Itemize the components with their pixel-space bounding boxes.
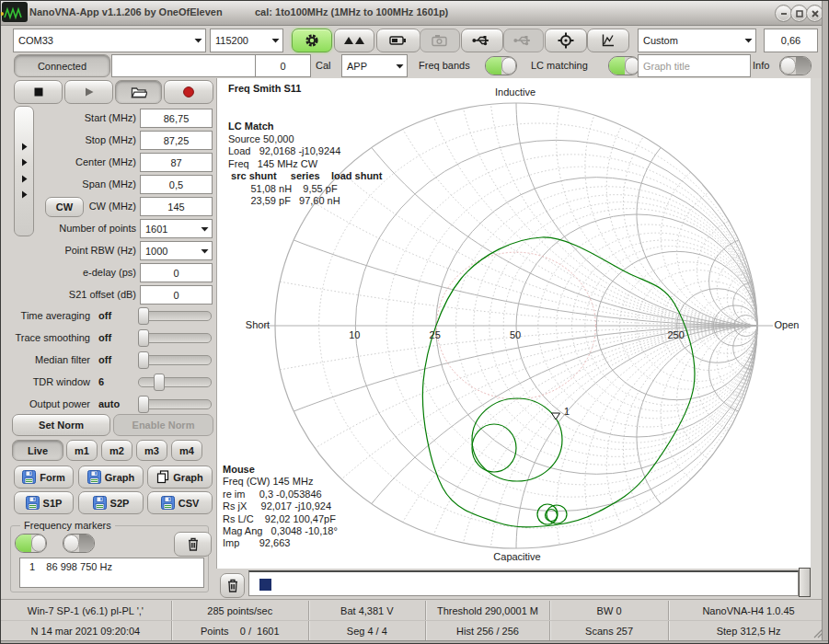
- markers-list[interactable]: 1 86 998 750 Hz: [19, 558, 204, 588]
- info-toggle-track: [796, 57, 812, 75]
- slider-thumb[interactable]: [138, 351, 149, 369]
- chart-icon: [601, 33, 616, 48]
- mem-button-m3[interactable]: m3: [136, 440, 167, 461]
- cal-mode-select[interactable]: APP: [341, 54, 408, 77]
- cal-label: Cal: [316, 60, 331, 71]
- floppy-icon: [87, 470, 101, 484]
- right-scroll-strip[interactable]: [811, 78, 822, 600]
- com-port-select-arrow-icon[interactable]: [190, 38, 205, 43]
- slider-track[interactable]: [138, 311, 212, 321]
- chart-delete-button[interactable]: [220, 573, 245, 598]
- play-button[interactable]: [64, 80, 113, 104]
- combo-arrow-icon[interactable]: [197, 248, 212, 254]
- sidebar-field[interactable]: 87,25: [140, 131, 213, 150]
- mem-button-m2[interactable]: m2: [101, 440, 132, 461]
- folder-button[interactable]: [115, 80, 162, 104]
- sidebar-label: Span (MHz): [37, 178, 136, 190]
- preset-select[interactable]: Custom: [638, 29, 756, 52]
- graph-title-field[interactable]: Graph title: [638, 54, 751, 77]
- combo-arrow-icon[interactable]: [197, 226, 212, 232]
- sidebar-field[interactable]: 145: [140, 197, 213, 216]
- expand-rows-button[interactable]: [14, 106, 34, 236]
- window-frame-bottom: [0, 640, 829, 644]
- triangle-right-icon: [21, 190, 28, 201]
- app-icon: [2, 2, 28, 22]
- save-s1p-button[interactable]: S1P: [14, 491, 74, 514]
- axis-value: 50: [510, 329, 521, 340]
- status-cell: N 14 mar 2021 09:20:04: [0, 621, 172, 641]
- mem-button-m4[interactable]: m4: [171, 440, 202, 461]
- stop-button[interactable]: [14, 80, 63, 104]
- sidebar-field[interactable]: 87: [140, 153, 213, 172]
- save-graph-button[interactable]: Graph: [147, 466, 213, 489]
- number-field[interactable]: 0: [255, 54, 311, 77]
- marker-list-item[interactable]: 1 86 998 750 Hz: [20, 558, 112, 572]
- mouse-line: Freq (CW) 145 MHz: [223, 476, 313, 487]
- marker1-toggle[interactable]: [15, 534, 47, 553]
- enable-norm-button[interactable]: Enable Norm: [113, 414, 213, 436]
- mouse-line: Mouse: [223, 464, 255, 475]
- lc-match-line: Source 50,000: [228, 133, 294, 144]
- slider-track[interactable]: [138, 355, 212, 365]
- sidebar-field[interactable]: 0: [140, 263, 213, 282]
- slider-track[interactable]: [138, 333, 212, 343]
- sidebar-field[interactable]: 0,5: [140, 175, 213, 194]
- sidebar-combo[interactable]: 1601: [140, 219, 213, 238]
- sidebar-field[interactable]: 0: [140, 285, 213, 305]
- com-port-select[interactable]: COM33: [13, 29, 206, 52]
- slider-track[interactable]: [138, 399, 212, 409]
- slider-thumb[interactable]: [138, 307, 149, 325]
- mouse-line: Imp 92,663: [223, 537, 290, 548]
- status-cell: Points 0 / 1601: [172, 621, 309, 641]
- battery-button[interactable]: [376, 29, 420, 52]
- slider-thumb[interactable]: [138, 329, 149, 347]
- address-field[interactable]: [111, 54, 258, 77]
- cw-button[interactable]: CW: [45, 197, 84, 217]
- slider-track[interactable]: [138, 377, 212, 387]
- slider-thumb[interactable]: [154, 374, 165, 391]
- save-csv-button[interactable]: CSV: [147, 491, 213, 514]
- chart-scroll-grip[interactable]: [799, 568, 811, 597]
- status-row: Win-7 SP-1 (v6.1) pl-PL ','285 points/se…: [0, 601, 829, 621]
- sidebar-combo[interactable]: 1000: [140, 241, 213, 260]
- up-arrows-button[interactable]: [334, 29, 374, 52]
- gear-button[interactable]: [292, 29, 332, 52]
- set-norm-button[interactable]: Set Norm: [12, 414, 110, 436]
- sidebar-field[interactable]: 86,75: [140, 109, 213, 128]
- slider-thumb[interactable]: [138, 396, 149, 413]
- save-button-label: Graph: [105, 472, 134, 483]
- target-button[interactable]: [545, 29, 587, 52]
- info-toggle[interactable]: [779, 56, 812, 75]
- delete-markers-button[interactable]: [174, 532, 212, 557]
- camera-button[interactable]: [420, 29, 460, 52]
- save-s2p-button[interactable]: S2P: [78, 491, 144, 514]
- indicator-dot: [0, 12, 4, 16]
- freq-bands-toggle[interactable]: [485, 56, 517, 75]
- connected-button[interactable]: Connected: [14, 54, 110, 77]
- chart-scroll-handle[interactable]: [259, 579, 271, 591]
- marker1-toggle-track: [16, 535, 31, 552]
- scale-value-field[interactable]: 0,66: [764, 29, 818, 52]
- baud-select-arrow-icon[interactable]: [268, 38, 282, 43]
- preset-select-arrow-icon[interactable]: [741, 38, 755, 43]
- marker2-toggle[interactable]: [63, 534, 95, 553]
- cal-mode-select-arrow-icon[interactable]: [392, 63, 407, 69]
- mem-button-live[interactable]: Live: [12, 440, 63, 461]
- baud-select[interactable]: 115200: [210, 29, 283, 52]
- record-button[interactable]: [164, 80, 213, 104]
- axis-value: 250: [667, 329, 684, 340]
- lc-match-line: src shunt series load shunt: [228, 170, 383, 181]
- sidebar-label: Start (MHz): [37, 112, 136, 123]
- save-button-label: Graph: [173, 472, 202, 483]
- sidebar-label: CW (MHz): [85, 201, 136, 212]
- slider-value: off: [98, 310, 111, 321]
- chart-button[interactable]: [587, 29, 629, 52]
- usb-button[interactable]: [461, 29, 503, 52]
- slider-label: Trace smoothing: [6, 332, 90, 343]
- chart-scroll-track[interactable]: [248, 570, 799, 596]
- mem-button-m1[interactable]: m1: [66, 440, 98, 461]
- lc-matching-toggle[interactable]: [608, 56, 640, 75]
- save-form-button[interactable]: Form: [14, 466, 74, 489]
- usb-alt-button[interactable]: [503, 29, 544, 52]
- save-graph-button[interactable]: Graph: [78, 466, 144, 489]
